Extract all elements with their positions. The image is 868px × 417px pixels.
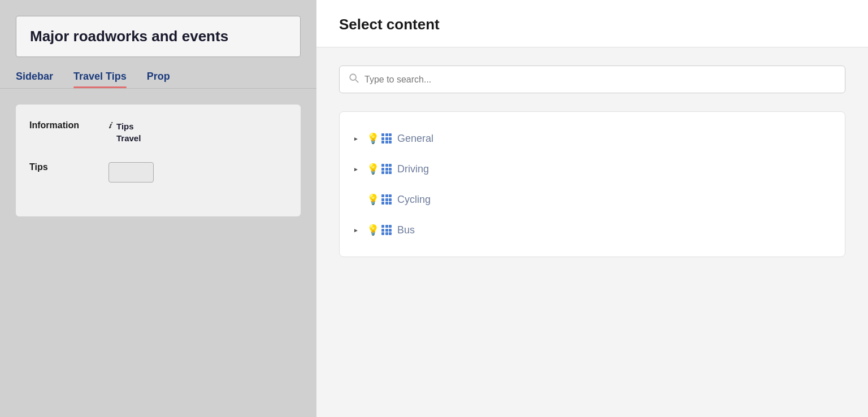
tab-travel-tips[interactable]: Travel Tips [73, 71, 127, 88]
item-label-driving: Driving [397, 163, 429, 175]
chevron-icon-general: ► [353, 136, 361, 142]
lightbulb-icon-cycling: 💡 [367, 193, 379, 206]
item-icons-bus: 💡 [367, 224, 392, 236]
content-list: ► 💡 General ► 💡 [339, 111, 845, 257]
dots-grid-driving [381, 164, 392, 174]
left-panel: Major roadworks and events Sidebar Trave… [0, 0, 316, 417]
lightbulb-icon-bus: 💡 [367, 224, 379, 236]
item-icons-cycling: 💡 [367, 193, 392, 206]
information-label: Information [29, 120, 108, 131]
information-value: 𝑖 Tips Travel [108, 120, 141, 144]
tabs-row: Sidebar Travel Tips Prop [0, 57, 316, 88]
tips-row: Tips [29, 162, 287, 183]
list-item-general[interactable]: ► 💡 General [353, 123, 831, 154]
search-input[interactable] [364, 75, 836, 85]
info-icon: 𝑖 [108, 120, 111, 131]
page-title-box: Major roadworks and events [16, 16, 301, 57]
information-value-line1: Tips [116, 120, 141, 132]
svg-line-1 [355, 80, 358, 82]
list-item-driving[interactable]: ► 💡 Driving [353, 154, 831, 184]
list-item-cycling[interactable]: ► 💡 Cycling [353, 184, 831, 215]
tab-divider [0, 88, 316, 89]
tips-button[interactable] [108, 162, 154, 183]
tips-label: Tips [29, 162, 108, 172]
dots-grid-bus [381, 225, 392, 235]
item-label-bus: Bus [397, 224, 415, 236]
chevron-icon-bus: ► [353, 227, 361, 233]
information-value-line2: Travel [116, 132, 141, 144]
modal-header: Select content [316, 0, 868, 47]
search-icon [349, 73, 359, 86]
dots-grid-general [381, 133, 392, 144]
select-content-modal: Select content ► 💡 [316, 0, 868, 417]
svg-point-0 [350, 74, 356, 80]
content-card: Information 𝑖 Tips Travel Tips [16, 105, 301, 216]
item-icons-driving: 💡 [367, 163, 392, 175]
item-label-cycling: Cycling [397, 194, 431, 206]
item-label-general: General [397, 133, 433, 145]
page-title: Major roadworks and events [30, 28, 228, 45]
tab-properties[interactable]: Prop [147, 71, 170, 88]
item-icons-general: 💡 [367, 132, 392, 145]
modal-title: Select content [339, 16, 845, 33]
dots-grid-cycling [381, 194, 392, 205]
tab-sidebar[interactable]: Sidebar [16, 71, 53, 88]
search-container[interactable] [339, 66, 845, 93]
lightbulb-icon-driving: 💡 [367, 163, 379, 175]
list-item-bus[interactable]: ► 💡 Bus [353, 215, 831, 245]
modal-body: ► 💡 General ► 💡 [316, 47, 868, 417]
information-row: Information 𝑖 Tips Travel [29, 120, 287, 144]
lightbulb-icon-general: 💡 [367, 132, 379, 145]
chevron-icon-driving: ► [353, 166, 361, 172]
